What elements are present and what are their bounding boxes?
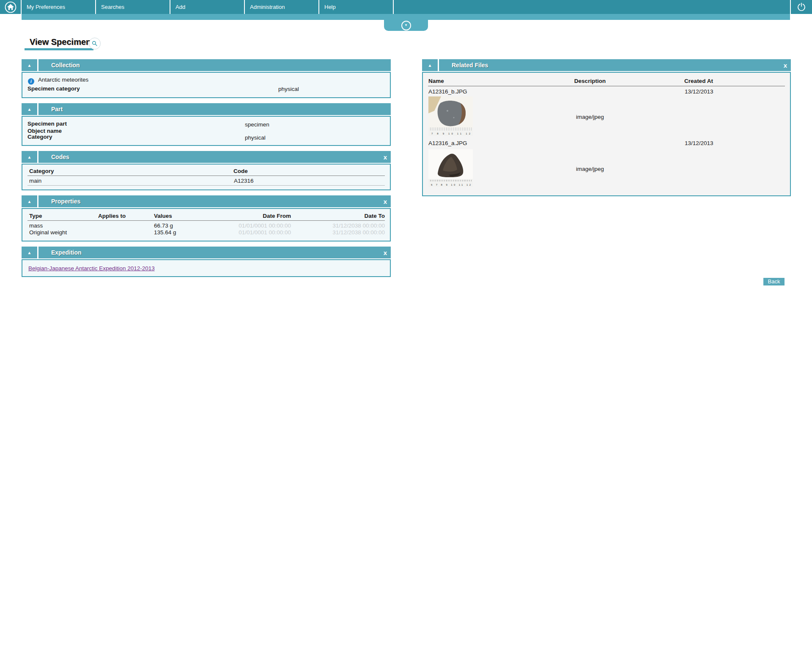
specimen-search-button[interactable] — [89, 38, 101, 49]
codes-col-code: Code — [233, 168, 248, 174]
collapse-collection-button[interactable]: ▲ — [22, 59, 38, 71]
related-files-panel-header: ▲ Related Files x — [422, 59, 791, 71]
close-codes-button[interactable]: x — [384, 154, 387, 160]
nav-label: Add — [176, 4, 185, 10]
back-button[interactable]: Back — [763, 278, 785, 285]
close-expedition-button[interactable]: x — [384, 250, 387, 256]
properties-panel-body: Type Applies to Values Date From Date To… — [22, 208, 391, 241]
properties-col-date-to: Date To — [300, 213, 385, 219]
collection-panel-title: Collection — [51, 62, 80, 69]
nav-item-searches[interactable]: Searches — [96, 0, 170, 14]
home-button[interactable] — [0, 0, 22, 14]
collapse-icon: ▲ — [27, 155, 32, 159]
collection-name: Antarctic meteorites — [38, 77, 88, 83]
related-files-panel-title: Related Files — [452, 62, 488, 69]
related-files-panel-body: Name Description Created At A12316_b.JPG… — [422, 72, 791, 196]
part-panel: ▲ Part Specimen part specimen Object nam… — [22, 103, 391, 146]
collapse-expedition-button[interactable]: ▲ — [22, 247, 38, 258]
code-category-cell: main — [29, 178, 41, 184]
part-category-value: physical — [245, 134, 266, 141]
part-panel-body: Specimen part specimen Object name Categ… — [22, 116, 391, 146]
related-files-header-divider — [428, 86, 785, 86]
specimen-category-label: Specimen category — [27, 85, 80, 92]
codes-panel: ▲ Codes x Category Code main A12316 — [22, 151, 391, 190]
collapse-icon: ▲ — [27, 107, 32, 112]
collapse-icon: ▲ — [27, 63, 32, 68]
codes-col-category: Category — [29, 168, 54, 174]
specimen-photo-b-thumbnail[interactable]: 7 8 9 10 11 12 — [428, 96, 473, 136]
related-files-col-created: Created At — [656, 78, 741, 84]
nav-item-administration[interactable]: Administration — [245, 0, 319, 14]
related-file-created-at: 13/12/2013 — [685, 88, 713, 95]
property-type-cell: Original weight — [29, 229, 67, 236]
logout-button[interactable] — [790, 0, 812, 14]
property-date-from-cell: 01/01/0001 00:00:00 — [206, 222, 291, 229]
related-files-panel: ▲ Related Files x Name Description Creat… — [422, 59, 791, 196]
codes-panel-title: Codes — [51, 154, 69, 160]
codes-header-divider — [27, 176, 385, 176]
left-column: ▲ Collection i Antarctic meteorites Spec… — [22, 59, 391, 282]
properties-col-applies: Applies to — [98, 213, 126, 219]
properties-panel: ▲ Properties x Type Applies to Values Da… — [22, 195, 391, 241]
related-file-name: A12316_a.JPG — [428, 140, 467, 146]
collapse-icon: ▲ — [27, 250, 32, 255]
property-type-cell: mass — [29, 222, 43, 229]
part-panel-header: ▲ Part — [22, 103, 391, 115]
nav-item-help[interactable]: Help — [319, 0, 394, 14]
specimen-photo-a-thumbnail[interactable]: 6 7 8 9 10 11 12 — [428, 149, 473, 187]
collapse-part-button[interactable]: ▲ — [22, 103, 38, 115]
close-related-files-button[interactable]: x — [784, 62, 787, 69]
properties-panel-header: ▲ Properties x — [22, 195, 391, 207]
nav-label: Administration — [250, 4, 285, 10]
page-title: View Specimen — [25, 37, 93, 50]
specimen-part-label: Specimen part — [27, 121, 67, 127]
properties-header-divider — [27, 220, 385, 221]
search-icon — [91, 40, 98, 47]
nav-label: Searches — [101, 4, 124, 10]
property-values-cell: 66.73 g — [154, 222, 173, 229]
property-date-from-cell: 01/01/0001 00:00:00 — [206, 229, 291, 236]
expedition-panel: ▲ Expedition x Belgian-Japanese Antarcti… — [22, 247, 391, 277]
expedition-panel-title: Expedition — [51, 249, 82, 256]
nav-spacer — [394, 0, 790, 14]
power-icon — [796, 2, 807, 12]
related-files-col-description: Description — [548, 78, 632, 84]
nav-label: Help — [324, 4, 336, 10]
codes-row-divider — [27, 185, 385, 186]
expedition-panel-body: Belgian-Japanese Antarctic Expedition 20… — [22, 259, 391, 277]
code-value-cell: A12316 — [234, 178, 254, 184]
collapse-icon: ▲ — [27, 199, 32, 204]
close-properties-button[interactable]: x — [384, 198, 387, 205]
related-file-description: image/jpeg — [548, 114, 632, 120]
part-category-label: Category — [27, 134, 52, 140]
right-column: ▲ Related Files x Name Description Creat… — [422, 59, 791, 201]
info-icon: i — [28, 78, 34, 85]
collapse-icon: ▲ — [428, 63, 432, 68]
specimen-category-value: physical — [278, 86, 299, 92]
object-name-label: Object name — [27, 128, 62, 134]
related-files-col-name: Name — [428, 78, 444, 84]
collection-name-row: i Antarctic meteorites — [28, 77, 88, 85]
collapse-codes-button[interactable]: ▲ — [22, 151, 38, 163]
home-icon — [4, 1, 17, 14]
properties-col-values: Values — [154, 213, 172, 219]
related-file-created-at: 13/12/2013 — [685, 140, 713, 146]
collapse-properties-button[interactable]: ▲ — [22, 195, 38, 207]
collection-panel: ▲ Collection i Antarctic meteorites Spec… — [22, 59, 391, 98]
properties-col-date-from: Date From — [206, 213, 291, 219]
expedition-link[interactable]: Belgian-Japanese Antarctic Expedition 20… — [28, 265, 155, 272]
collection-panel-body: i Antarctic meteorites Specimen category… — [22, 72, 391, 98]
property-date-to-cell: 31/12/2038 00:00:00 — [300, 229, 385, 236]
codes-panel-body: Category Code main A12316 — [22, 164, 391, 190]
related-file-name: A12316_b.JPG — [428, 88, 467, 95]
ruler-numbers: 6 7 8 9 10 11 12 — [431, 184, 471, 186]
expedition-panel-header: ▲ Expedition x — [22, 247, 391, 258]
collapse-related-files-button[interactable]: ▲ — [422, 59, 439, 71]
part-panel-title: Part — [51, 106, 63, 112]
nav-label: My Preferences — [27, 4, 65, 10]
property-values-cell: 135.64 g — [154, 229, 176, 236]
collection-panel-header: ▲ Collection — [22, 59, 391, 71]
nav-item-my-preferences[interactable]: My Preferences — [22, 0, 96, 14]
header-toggle-tab[interactable]: ▼ — [384, 20, 428, 31]
nav-item-add[interactable]: Add — [170, 0, 245, 14]
